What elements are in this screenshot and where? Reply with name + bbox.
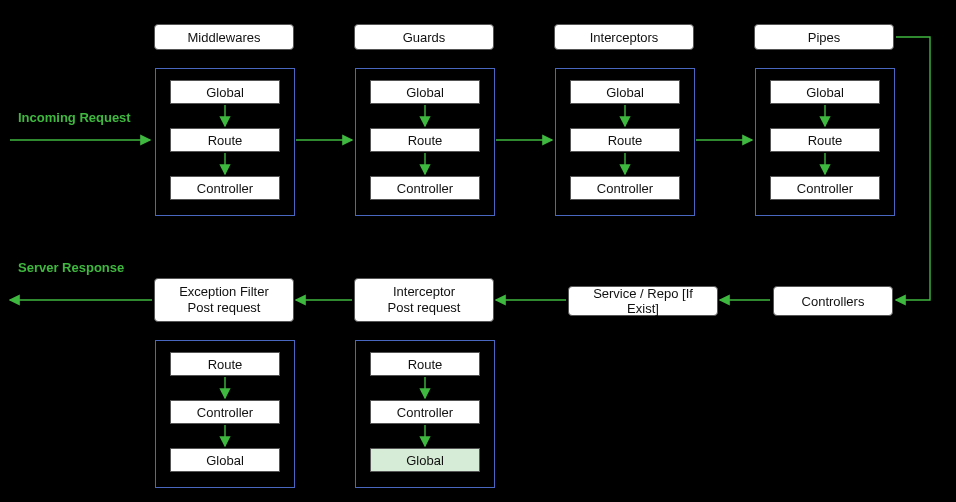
stage-item: Controller	[170, 400, 280, 424]
stage-title-multiline: Interceptor Post request	[354, 278, 494, 322]
box-controllers: Controllers	[773, 286, 893, 316]
stage-item: Global	[170, 80, 280, 104]
stage-item-highlight: Global	[370, 448, 480, 472]
stage-item: Global	[170, 448, 280, 472]
stage-item: Route	[370, 128, 480, 152]
stage-item: Controller	[370, 400, 480, 424]
label-incoming: Incoming Request	[18, 110, 131, 125]
stage-item: Route	[570, 128, 680, 152]
stage-item: Controller	[570, 176, 680, 200]
stage-item: Controller	[370, 176, 480, 200]
stage-title: Middlewares	[154, 24, 294, 50]
stage-item: Global	[370, 80, 480, 104]
diagram-canvas: Incoming Request Server Response Middlew…	[0, 0, 956, 502]
title-line: Post request	[188, 300, 261, 316]
title-line: Post request	[388, 300, 461, 316]
stage-item: Route	[370, 352, 480, 376]
stage-item: Global	[770, 80, 880, 104]
stage-title: Pipes	[754, 24, 894, 50]
stage-item: Route	[170, 128, 280, 152]
stage-item: Controller	[770, 176, 880, 200]
title-line: Interceptor	[393, 284, 455, 300]
title-line: Exception Filter	[179, 284, 269, 300]
box-service-repo: Service / Repo [If Exist]	[568, 286, 718, 316]
label-response: Server Response	[18, 260, 124, 275]
stage-item: Controller	[170, 176, 280, 200]
stage-title: Guards	[354, 24, 494, 50]
stage-item: Route	[170, 352, 280, 376]
stage-item: Route	[770, 128, 880, 152]
stage-title: Interceptors	[554, 24, 694, 50]
stage-title-multiline: Exception Filter Post request	[154, 278, 294, 322]
stage-item: Global	[570, 80, 680, 104]
